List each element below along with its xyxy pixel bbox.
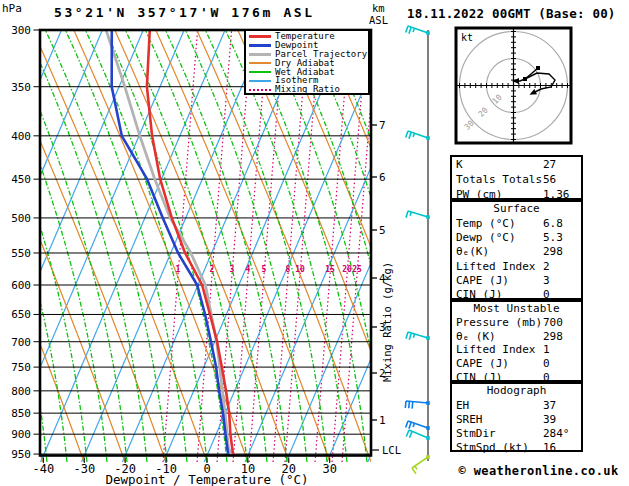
legend-line-sample — [249, 89, 271, 91]
mixing-ratio-value-label: 25 — [352, 265, 362, 274]
panel-row: CAPE (J)3 — [452, 273, 581, 287]
panel-row: StmSpd (kt)16 — [452, 440, 581, 454]
legend-item: Mixing Ratio — [249, 85, 368, 94]
panel-row: PW (cm)1.36 — [452, 187, 581, 202]
legend-box: TemperatureDewpointParcel TrajectoryDry … — [244, 29, 370, 95]
km-axis-unit: km — [372, 2, 385, 14]
pressure-tick-label: 300 — [11, 24, 31, 37]
mixing-ratio-value-label: 20 — [342, 265, 352, 274]
mixing-ratio-value-label: 10 — [295, 265, 305, 274]
wind-barb — [406, 211, 430, 219]
legend-label: Mixing Ratio — [275, 85, 340, 94]
legend-line-sample — [249, 53, 271, 56]
pressure-tick-label: 700 — [11, 336, 31, 349]
panel-row-label: Lifted Index — [452, 260, 543, 273]
pressure-tick-label: 950 — [11, 448, 31, 461]
panel-row-value: 0 — [543, 371, 581, 384]
index-panels: K27Totals Totals56PW (cm)1.36SurfaceTemp… — [450, 155, 583, 452]
panel-row: θₑ(K)298 — [452, 245, 581, 259]
wind-barb — [406, 430, 430, 440]
panel-row-label: CIN (J) — [452, 288, 543, 301]
panel-row-label: EH — [452, 399, 543, 412]
panel-row-label: StmDir — [452, 427, 543, 440]
panel-title: Surface — [452, 202, 581, 216]
wet-adiabat-line — [85, 30, 207, 462]
pressure-tick-label: 550 — [11, 247, 31, 260]
panel-row-label: Dewp (°C) — [452, 231, 543, 244]
panel-row-label: Temp (°C) — [452, 217, 543, 230]
panel-row: K27 — [452, 157, 581, 172]
panel-row: EH37 — [452, 398, 581, 412]
panel-row-label: θₑ(K) — [452, 245, 543, 258]
panel-row-label: CAPE (J) — [452, 357, 543, 370]
legend-line-sample — [249, 62, 271, 64]
pressure-tick-label: 850 — [11, 407, 31, 420]
panel-row-value: 27 — [543, 158, 581, 171]
wind-barb-dot — [426, 401, 430, 405]
panel-row-label: Pressure (mb) — [452, 316, 543, 329]
panel-row: Dewp (°C)5.3 — [452, 231, 581, 245]
panel-row-value: 39 — [543, 413, 581, 426]
mixing-axis-label: Mixing Ratio (g/kg) — [381, 262, 393, 382]
hodograph-ring-label: 10 — [491, 93, 504, 106]
km-tick-label: 1 — [379, 414, 386, 427]
wind-barb — [406, 26, 430, 35]
pressure-tick-label: 650 — [11, 308, 31, 321]
panel-surface: SurfaceTemp (°C)6.8Dewp (°C)5.3θₑ(K)298L… — [450, 200, 583, 300]
wet-adiabat-line — [25, 30, 147, 462]
panel-row-value: 2 — [543, 260, 581, 273]
panel-row-value: 3 — [543, 274, 581, 287]
legend-line-sample — [249, 80, 271, 82]
panel-title: Most Unstable — [452, 302, 581, 316]
hodograph: 102030kt — [433, 5, 595, 167]
x-axis-title: Dewpoint / Temperature (°C) — [105, 472, 308, 486]
wind-barb — [405, 401, 429, 409]
wind-barb-dot — [426, 455, 430, 459]
pressure-tick-label: 450 — [11, 173, 31, 186]
panel-row-value: 6.8 — [543, 217, 581, 230]
lcl-label: LCL — [382, 444, 401, 456]
wind-barb-dot — [426, 426, 430, 430]
wind-barb-dot — [426, 336, 430, 340]
panel-row-value: 16 — [543, 441, 581, 454]
hodograph-unit-label: kt — [461, 32, 473, 43]
dewpoint-curve — [112, 30, 230, 455]
panel-row-value: 37 — [543, 399, 581, 412]
panel-row-label: Lifted Index — [452, 343, 543, 356]
legend-line-sample — [249, 44, 271, 47]
mixing-ratio-value-label: 2 — [210, 265, 215, 274]
panel-row-label: Totals Totals — [452, 173, 543, 186]
panel-row-value: 298 — [543, 330, 581, 343]
panel-row-label: PW (cm) — [452, 188, 543, 201]
panel-hodograph: HodographEH37SREH39StmDir284°StmSpd (kt)… — [450, 382, 583, 452]
panel-row-value: 0 — [543, 357, 581, 370]
temperature-curve — [147, 30, 234, 455]
sounding-page: 53°21'N 357°17'W 176m ASL 18.11.2022 00G… — [0, 0, 629, 486]
isotherm-line — [41, 30, 225, 462]
panel-most-unstable: Most UnstablePressure (mb)700θₑ (K)298Li… — [450, 300, 583, 382]
panel-row-label: θₑ (K) — [452, 330, 543, 343]
panel-row-value: 700 — [543, 316, 581, 329]
km-tick-label: 6 — [379, 171, 386, 184]
pressure-tick-label: 350 — [11, 81, 31, 94]
panel-row: SREH39 — [452, 412, 581, 426]
pressure-tick-label: 800 — [11, 385, 31, 398]
mixing-ratio-line — [163, 30, 198, 462]
mixing-ratio-value-label: 15 — [325, 265, 335, 274]
wind-barb — [406, 332, 430, 340]
panel-row-value: 5.3 — [543, 231, 581, 244]
legend-line-sample — [249, 71, 271, 73]
km-axis-unit2: ASL — [369, 14, 388, 26]
pressure-tick-label: 750 — [11, 361, 31, 374]
panel-row-value: 0 — [543, 288, 581, 301]
panel-row-label: CAPE (J) — [452, 274, 543, 287]
hodograph-ring-label: 30 — [463, 119, 476, 132]
panel-row: Totals Totals56 — [452, 172, 581, 187]
copyright-footer: © weatheronline.co.uk — [448, 464, 629, 478]
km-tick-label: 7 — [379, 119, 386, 132]
legend-line-sample — [249, 35, 271, 38]
pressure-tick-label: 900 — [11, 428, 31, 441]
mixing-ratio-value-label: 3 — [230, 265, 235, 274]
hodograph-point-dot — [536, 66, 540, 70]
panel-row: Pressure (mb)700 — [452, 316, 581, 330]
